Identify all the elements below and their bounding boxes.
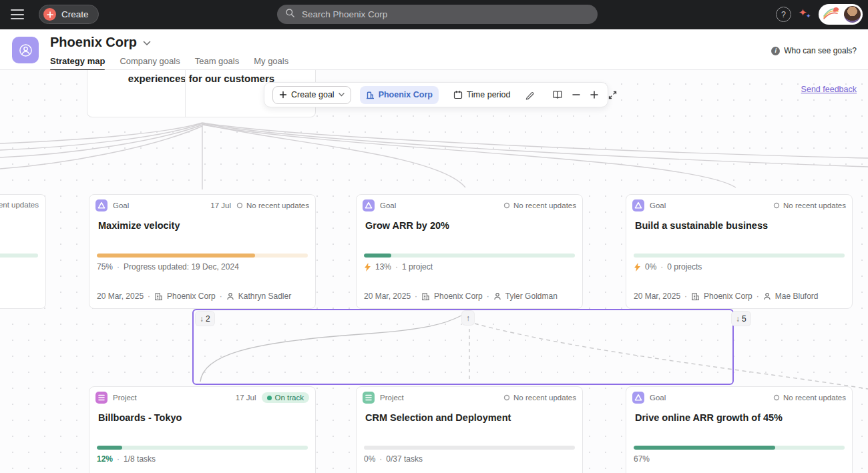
- scope-label: Phoenix Corp: [379, 90, 433, 99]
- asana-logo-icon: [823, 6, 840, 23]
- goal-card[interactable]: Goal No recent updates Grow ARR by 20% 1…: [356, 194, 583, 309]
- privacy-label: Who can see goals?: [784, 46, 857, 55]
- progress-bar: [97, 446, 308, 450]
- progress-bar: [634, 446, 845, 450]
- card-type-label: Goal: [650, 394, 666, 402]
- progress-stat: 75%·Progress updated: 19 Dec, 2024: [97, 262, 239, 272]
- help-button[interactable]: ?: [776, 7, 791, 22]
- time-period-label: Time period: [467, 90, 511, 99]
- divider: [185, 70, 186, 117]
- bolt-icon: [634, 263, 641, 272]
- page-title: Phoenix Corp: [50, 35, 137, 50]
- goal-icon: [363, 199, 375, 211]
- goal-card[interactable]: Goal No recent updates Drive online ARR …: [626, 386, 853, 473]
- card-title: Grow ARR by 20%: [365, 220, 449, 231]
- tab-team-goals[interactable]: Team goals: [195, 56, 239, 71]
- circle-icon: [773, 202, 780, 209]
- arrow-down-icon: ↓: [200, 314, 204, 324]
- create-goal-button[interactable]: Create goal: [272, 86, 351, 104]
- map-overview-button[interactable]: [552, 86, 563, 103]
- status-badge: No recent updates: [773, 201, 846, 209]
- scope-filter-button[interactable]: Phoenix Corp: [360, 86, 439, 104]
- card-type-label: Goal: [380, 201, 396, 209]
- chevron-down-icon: [143, 37, 151, 49]
- help-icon: ?: [781, 10, 786, 19]
- collapse-children-badge[interactable]: ↓ 2: [196, 312, 214, 326]
- time-period-button[interactable]: Time period: [447, 86, 517, 104]
- building-icon: [421, 292, 430, 301]
- minus-icon: [572, 90, 581, 99]
- project-card[interactable]: Project No recent updates CRM Selection …: [356, 386, 583, 473]
- building-icon: [366, 91, 375, 99]
- bolt-icon: [364, 263, 371, 272]
- workspace-title[interactable]: Phoenix Corp: [50, 35, 151, 50]
- app-screen: Create ? ✦ ✦: [0, 0, 868, 473]
- progress-bar: [364, 446, 575, 450]
- goal-icon: [632, 199, 644, 211]
- pen-icon: [525, 90, 535, 100]
- card-title: Maximize velocity: [98, 220, 180, 231]
- status-badge: No recent updates: [236, 201, 309, 209]
- tab-bar: Strategy map Company goals Team goals My…: [50, 56, 288, 71]
- expand-icon: [608, 90, 618, 100]
- card-type-label: Goal: [650, 201, 666, 209]
- status-badge: No recent updates: [503, 394, 576, 402]
- status-badge: No recent updates: [773, 394, 846, 402]
- circle-icon: [773, 394, 780, 401]
- search-icon: [285, 8, 295, 21]
- menu-icon[interactable]: [11, 9, 24, 19]
- project-card[interactable]: Project 17 Jul On track Billboards - Tok…: [89, 386, 316, 473]
- status-badge: No recent updates: [503, 201, 576, 209]
- card-type-label: Project: [113, 394, 137, 402]
- tab-company-goals[interactable]: Company goals: [120, 56, 180, 71]
- account-menu[interactable]: [819, 4, 863, 25]
- book-icon: [552, 90, 563, 99]
- person-icon: [493, 292, 501, 300]
- goal-card[interactable]: Goal No recent updates Build a sustainab…: [626, 194, 853, 309]
- circle-icon: [503, 394, 510, 401]
- arrow-down-icon: ↓: [736, 314, 740, 324]
- progress-bar: [0, 254, 38, 258]
- progress-stat: 12%·1/8 tasks: [97, 454, 156, 464]
- ai-sparkle-button[interactable]: ✦ ✦: [799, 7, 813, 22]
- plus-icon: [43, 8, 56, 21]
- card-due-date: 17 Jul: [236, 394, 256, 402]
- privacy-info[interactable]: i Who can see goals?: [771, 46, 857, 55]
- card-footer: 20 Mar, 2025· Phoenix Corp· Mae Bluford: [634, 292, 818, 301]
- card-type-label: Goal: [113, 201, 129, 209]
- collapse-up-badge[interactable]: ↑: [462, 311, 474, 325]
- goal-card-partial[interactable]: recent updates: [0, 194, 46, 309]
- topbar: Create ? ✦ ✦: [0, 0, 868, 29]
- goal-card[interactable]: Goal 17 Jul No recent updates Maximize v…: [89, 194, 316, 309]
- project-icon: [95, 392, 107, 404]
- progress-stat: 0%·0/37 tasks: [364, 454, 423, 464]
- child-count: 5: [742, 314, 746, 324]
- annotate-pen-button[interactable]: [525, 86, 535, 103]
- create-button[interactable]: Create: [39, 5, 99, 24]
- zoom-in-button[interactable]: [590, 86, 599, 103]
- tab-strategy-map[interactable]: Strategy map: [50, 56, 105, 71]
- card-title: Build a sustainable business: [635, 220, 768, 231]
- expand-children-badge[interactable]: ↓ 5: [732, 312, 750, 326]
- card-footer: 20 Mar, 2025· Phoenix Corp· Kathryn Sadl…: [97, 292, 291, 301]
- card-title: Drive online ARR growth of 45%: [635, 412, 783, 423]
- circle-icon: [236, 202, 243, 209]
- fullscreen-button[interactable]: [608, 86, 618, 103]
- send-feedback-link[interactable]: Send feedback: [801, 85, 857, 94]
- page-header: Phoenix Corp Strategy map Company goals …: [0, 29, 868, 70]
- tab-my-goals[interactable]: My goals: [254, 56, 288, 71]
- chevron-down-icon: [339, 93, 345, 97]
- progress-stat: 0%·0 projects: [634, 262, 702, 272]
- search-input[interactable]: [300, 9, 590, 20]
- child-count: 2: [206, 314, 210, 324]
- sparkle-small-icon: ✦: [806, 13, 811, 19]
- building-icon: [691, 292, 700, 301]
- zoom-out-button[interactable]: [572, 86, 581, 103]
- card-title: Billboards - Tokyo: [98, 412, 182, 423]
- project-icon: [363, 392, 375, 404]
- create-label: Create: [61, 9, 89, 19]
- arrow-up-icon: ↑: [466, 314, 470, 323]
- progress-bar: [364, 254, 575, 258]
- building-icon: [154, 292, 163, 301]
- search-bar[interactable]: [277, 5, 598, 24]
